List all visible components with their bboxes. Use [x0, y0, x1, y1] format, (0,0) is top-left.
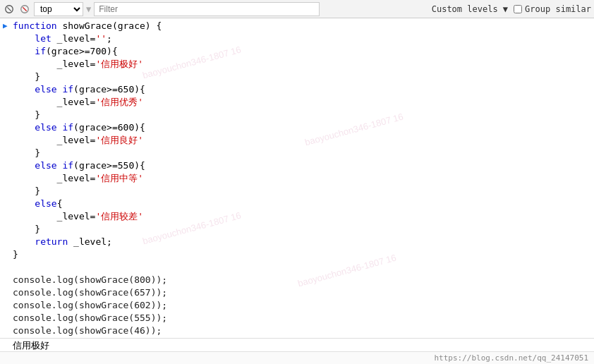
code-line: _level='信用优秀'	[0, 96, 594, 109]
console-call-line: console.log(showGrace(800));	[0, 274, 594, 286]
custom-levels-button[interactable]: Custom levels ▼	[432, 4, 508, 14]
clear-console-button[interactable]	[3, 3, 16, 16]
output-line: 信用极好	[0, 339, 594, 351]
no-pause-button[interactable]	[18, 3, 31, 16]
code-line: }	[0, 71, 594, 83]
group-similar-control: Group similar	[514, 4, 591, 14]
console-call-line: console.log(showGrace(657));	[0, 286, 594, 299]
code-line: let _level='';	[0, 32, 594, 45]
code-line: _level='信用中等'	[0, 172, 594, 185]
code-line: ▶ function showGrace(grace) {	[0, 20, 594, 32]
code-area[interactable]: baoyouchon346-1807 16 baoyouchon346-1807…	[0, 18, 594, 351]
group-similar-checkbox[interactable]	[514, 5, 522, 13]
console-call-line: console.log(showGrace(602));	[0, 299, 594, 312]
toolbar-right: Custom levels ▼ Group similar	[432, 4, 591, 14]
context-select[interactable]: top	[34, 2, 83, 16]
code-line-blank	[0, 261, 594, 274]
console-call-line: console.log(showGrace(46));	[0, 324, 594, 337]
code-line: }	[0, 248, 594, 261]
code-line: _level='信用良好'	[0, 134, 594, 147]
code-line: _level='信用较差'	[0, 210, 594, 223]
console-main: baoyouchon346-1807 16 baoyouchon346-1807…	[0, 18, 594, 364]
svg-line-1	[7, 7, 11, 11]
code-line: else{	[0, 198, 594, 210]
code-line: else if(grace>=550){	[0, 159, 594, 172]
bottom-bar: https://blog.csdn.net/qq_24147051	[0, 351, 594, 364]
code-line: }	[0, 223, 594, 236]
code-line: return _level;	[0, 236, 594, 248]
group-similar-label: Group similar	[525, 4, 591, 14]
svg-line-3	[23, 7, 26, 11]
code-line: else if(grace>=600){	[0, 121, 594, 134]
code-line: else if(grace>=650){	[0, 83, 594, 96]
code-line: if(grace>=700){	[0, 45, 594, 58]
code-line: }	[0, 109, 594, 121]
url-watermark: https://blog.csdn.net/qq_24147051	[434, 353, 588, 363]
expand-arrow[interactable]: ▶	[3, 20, 13, 32]
filter-input[interactable]	[94, 2, 320, 16]
code-line: }	[0, 185, 594, 198]
toolbar: top ▼ Custom levels ▼ Group similar	[0, 0, 594, 18]
console-call-line: console.log(showGrace(555));	[0, 312, 594, 324]
code-line: _level='信用极好'	[0, 58, 594, 71]
code-line: }	[0, 147, 594, 159]
